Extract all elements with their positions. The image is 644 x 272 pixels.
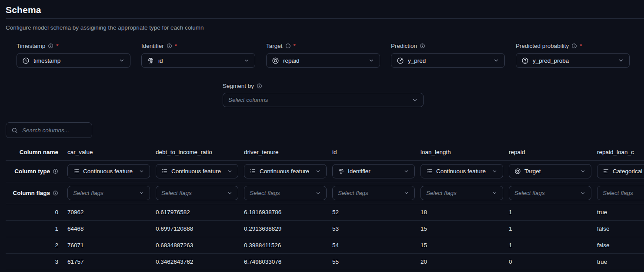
table-cell: true [591, 259, 644, 265]
column-flags-header: Column flags [6, 190, 62, 196]
prediction-select[interactable]: y_pred [391, 53, 505, 68]
table-cell: 1 [503, 225, 591, 232]
table-cell: 55 [327, 259, 415, 265]
column-type-select[interactable]: Continuous feature [67, 164, 150, 178]
chevron-down-icon [492, 190, 497, 196]
info-icon[interactable] [53, 190, 58, 196]
chevron-down-icon [580, 190, 586, 196]
chevron-down-icon [119, 57, 125, 64]
target-icon [272, 57, 279, 64]
table-cell: 64468 [62, 225, 150, 232]
search-box[interactable] [6, 122, 92, 138]
timestamp-select[interactable]: timestamp [17, 53, 130, 68]
column-flags-select[interactable]: Select flags [332, 186, 415, 200]
info-icon[interactable] [285, 43, 291, 49]
list-icon [73, 168, 80, 175]
column-type-select[interactable]: Continuous feature [156, 164, 238, 178]
column-header-debt-to-income-ratio: debt_to_income_ratio [150, 149, 238, 155]
target-icon [514, 168, 521, 175]
probability-label: Predicted probability * [516, 42, 630, 50]
probability-select[interactable]: y_pred_proba [516, 53, 630, 68]
chevron-down-icon [227, 168, 233, 174]
target-field: Target * repaid [266, 42, 380, 68]
search-input[interactable] [21, 127, 87, 134]
column-type-header-text: Column type [14, 168, 50, 175]
identifier-select[interactable]: id [141, 53, 255, 68]
table-cell: 52 [327, 209, 415, 215]
prediction-field: Prediction y_pred [391, 42, 505, 68]
column-type-select[interactable]: Identifier [332, 164, 415, 178]
segment-by-select[interactable]: Select columns [223, 93, 424, 107]
info-icon[interactable] [257, 83, 262, 89]
fingerprint-icon [338, 168, 344, 175]
chevron-down-icon [412, 97, 418, 103]
table-cell: 20 [415, 259, 503, 265]
column-type-value: Continuous feature [260, 168, 309, 175]
identifier-label-text: Identifier [141, 43, 164, 49]
table-cell: 0.3988411526 [238, 242, 327, 248]
schema-table: Column name car_value debt_to_income_rat… [6, 144, 644, 270]
column-flags-select[interactable]: Select flags [509, 186, 591, 200]
info-icon[interactable] [48, 43, 53, 49]
info-icon[interactable] [571, 43, 577, 49]
segment-by-label: Segment by [223, 82, 424, 90]
flags-placeholder: Select flags [161, 190, 192, 196]
column-type-value: Identifier [348, 168, 370, 175]
table-cell: 54 [327, 242, 415, 248]
column-type-header: Column type [6, 168, 62, 175]
column-type-select[interactable]: Target [509, 164, 591, 178]
chevron-down-icon [368, 57, 374, 64]
chevron-down-icon [404, 190, 409, 196]
table-cell: 18 [415, 209, 503, 215]
info-icon[interactable] [167, 43, 172, 49]
column-type-select[interactable]: Continuous feature [244, 164, 327, 178]
flags-placeholder: Select flags [73, 190, 103, 196]
column-flags-select[interactable]: Select flags [244, 186, 327, 200]
fingerprint-icon [147, 57, 154, 64]
chevron-down-icon [492, 168, 497, 174]
flags-placeholder: Select flags [603, 190, 633, 196]
segment-by-placeholder: Select columns [228, 97, 268, 103]
column-header-car-value: car_value [62, 149, 150, 155]
probability-value: y_pred_proba [533, 57, 569, 64]
column-flags-select[interactable]: Select flags [597, 186, 644, 200]
chevron-down-icon [618, 57, 624, 64]
prediction-label: Prediction [391, 42, 505, 50]
column-type-select[interactable]: Categorical feature [597, 164, 644, 178]
title-divider [6, 18, 644, 19]
row-index: 1 [6, 225, 62, 232]
info-icon[interactable] [420, 43, 425, 49]
flags-placeholder: Select flags [338, 190, 368, 196]
table-row: 1 64468 0.6997120888 0.2913638829 53 15 … [6, 221, 644, 237]
table-cell: 0.3462643762 [150, 259, 238, 265]
table-header-row: Column name car_value debt_to_income_rat… [6, 144, 644, 161]
prediction-value: y_pred [408, 57, 426, 64]
column-type-select[interactable]: Continuous feature [420, 164, 503, 178]
column-flags-select[interactable]: Select flags [67, 186, 150, 200]
chevron-down-icon [139, 190, 144, 196]
table-cell: 1 [503, 209, 591, 215]
target-select[interactable]: repaid [266, 53, 380, 68]
column-type-value: Continuous feature [436, 168, 486, 175]
flags-placeholder: Select flags [426, 190, 457, 196]
timestamp-label: Timestamp * [17, 42, 130, 50]
table-cell: 61757 [62, 259, 150, 265]
timestamp-value: timestamp [33, 57, 60, 64]
row-index: 2 [6, 242, 62, 248]
chevron-down-icon [580, 168, 586, 174]
flags-placeholder: Select flags [250, 190, 280, 196]
segment-by-label-text: Segment by [223, 83, 254, 89]
page-subtitle: Configure model schema by assigining the… [6, 24, 204, 31]
timestamp-label-text: Timestamp [17, 43, 45, 49]
info-icon[interactable] [53, 168, 58, 174]
chevron-down-icon [404, 168, 409, 174]
column-header-repaid: repaid [503, 149, 591, 155]
column-flags-header-text: Column flags [13, 190, 50, 196]
identifier-field: Identifier * id [141, 42, 255, 68]
table-cell: 0 [503, 259, 591, 265]
column-flags-select[interactable]: Select flags [420, 186, 503, 200]
table-cell: 0.6997120888 [150, 225, 238, 232]
table-cell: 70962 [62, 209, 150, 215]
column-flags-select[interactable]: Select flags [156, 186, 238, 200]
segment-by-field: Segment by Select columns [223, 82, 424, 107]
